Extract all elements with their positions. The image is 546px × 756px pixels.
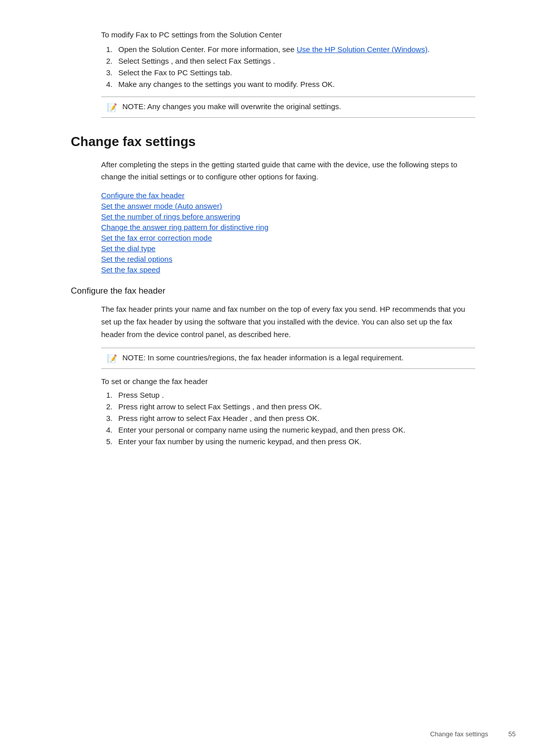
intro-step-2: 2. Select Settings , and then select Fax… — [101, 57, 475, 65]
configure-header-body: The fax header prints your name and fax … — [71, 303, 475, 446]
fax-link-item-3: Change the answer ring pattern for disti… — [101, 223, 475, 231]
solution-center-link[interactable]: Use the HP Solution Center (Windows) — [297, 45, 428, 54]
fax-link-item-6: Set the redial options — [101, 255, 475, 263]
link-answer-mode[interactable]: Set the answer mode (Auto answer) — [101, 202, 222, 210]
step-num-1: 1. — [106, 45, 118, 54]
header-step-num-2: 2. — [106, 402, 118, 411]
fax-link-item-0: Configure the fax header — [101, 191, 475, 200]
fax-link-item-1: Set the answer mode (Auto answer) — [101, 202, 475, 210]
fax-links-list: Configure the fax header Set the answer … — [101, 191, 475, 274]
configure-header-note-box: 📝 NOTE: In some countries/regions, the f… — [101, 348, 475, 369]
header-step-num-4: 4. — [106, 426, 118, 434]
fax-link-item-2: Set the number of rings before answering — [101, 212, 475, 221]
step-text-4: Make any changes to the settings you wan… — [118, 80, 335, 88]
header-step-text-1: Press Setup . — [118, 391, 164, 399]
header-step-text-3: Press right arrow to select Fax Header ,… — [118, 414, 320, 422]
intro-step-3: 3. Select the Fax to PC Settings tab. — [101, 68, 475, 77]
change-fax-section: Change fax settings After completing the… — [71, 134, 475, 274]
step-text-3: Select the Fax to PC Settings tab. — [118, 68, 232, 77]
footer-label: Change fax settings — [430, 730, 488, 738]
header-step-text-2: Press right arrow to select Fax Settings… — [118, 402, 322, 411]
header-step-text-5: Enter your fax number by using the numer… — [118, 437, 361, 446]
note-icon-2: 📝 — [107, 354, 117, 363]
intro-step-4: 4. Make any changes to the settings you … — [101, 80, 475, 88]
change-fax-intro: After completing the steps in the gettin… — [101, 159, 475, 183]
link-dial-type[interactable]: Set the dial type — [101, 244, 156, 253]
configure-header-steps-list: 1. Press Setup . 2. Press right arrow to… — [101, 391, 475, 446]
intro-note-box: 📝 NOTE: Any changes you make will overwr… — [101, 97, 475, 118]
intro-note-text: NOTE: Any changes you make will overwrit… — [122, 102, 341, 111]
step-num-4: 4. — [106, 80, 118, 88]
configure-header-note-text: NOTE: In some countries/regions, the fax… — [122, 353, 403, 362]
configure-header-heading: Configure the fax header — [71, 286, 475, 296]
header-step-4: 4. Enter your personal or company name u… — [101, 426, 475, 434]
change-fax-heading: Change fax settings — [71, 134, 475, 150]
link-fax-speed[interactable]: Set the fax speed — [101, 265, 160, 274]
header-step-3: 3. Press right arrow to select Fax Heade… — [101, 414, 475, 422]
intro-section: To modify Fax to PC settings from the So… — [71, 30, 475, 118]
link-rings-before-answering[interactable]: Set the number of rings before answering — [101, 212, 240, 221]
fax-link-item-7: Set the fax speed — [101, 265, 475, 274]
configure-header-body-text: The fax header prints your name and fax … — [101, 303, 475, 341]
configure-header-section: Configure the fax header The fax header … — [71, 286, 475, 446]
footer-page: 55 — [509, 730, 516, 738]
link-configure-fax-header[interactable]: Configure the fax header — [101, 191, 185, 200]
page-footer: Change fax settings 55 — [430, 730, 516, 738]
header-step-1: 1. Press Setup . — [101, 391, 475, 399]
page-container: To modify Fax to PC settings from the So… — [0, 0, 546, 494]
note-icon: 📝 — [107, 103, 117, 112]
step-num-2: 2. — [106, 57, 118, 65]
link-fax-error-correction[interactable]: Set the fax error correction mode — [101, 233, 212, 242]
intro-step-1: 1. Open the Solution Center. For more in… — [101, 45, 475, 54]
header-step-2: 2. Press right arrow to select Fax Setti… — [101, 402, 475, 411]
header-step-num-5: 5. — [106, 437, 118, 446]
step-num-3: 3. — [106, 68, 118, 77]
set-header-intro: To set or change the fax header — [101, 377, 475, 386]
header-step-text-4: Enter your personal or company name usin… — [118, 426, 405, 434]
step-text-1: Open the Solution Center. For more infor… — [118, 45, 430, 54]
fax-link-item-4: Set the fax error correction mode — [101, 233, 475, 242]
link-answer-ring-pattern[interactable]: Change the answer ring pattern for disti… — [101, 223, 268, 231]
fax-link-item-5: Set the dial type — [101, 244, 475, 253]
step-text-2: Select Settings , and then select Fax Se… — [118, 57, 275, 65]
intro-text: To modify Fax to PC settings from the So… — [101, 30, 475, 39]
header-step-num-1: 1. — [106, 391, 118, 399]
header-step-num-3: 3. — [106, 414, 118, 422]
header-step-5: 5. Enter your fax number by using the nu… — [101, 437, 475, 446]
intro-steps-list: 1. Open the Solution Center. For more in… — [101, 45, 475, 88]
change-fax-body: After completing the steps in the gettin… — [71, 159, 475, 274]
link-redial-options[interactable]: Set the redial options — [101, 255, 172, 263]
